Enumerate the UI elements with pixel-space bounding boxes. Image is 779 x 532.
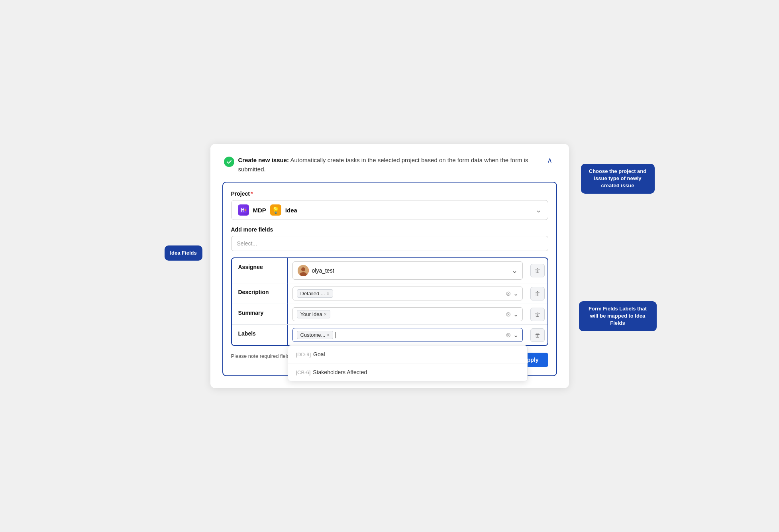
description-row: Description Detailed ... × ⊗ — [232, 283, 547, 304]
description-tag-input[interactable]: Detailed ... × ⊗ ⌄ — [292, 287, 523, 300]
summary-delete-button[interactable]: 🗑 — [530, 308, 545, 321]
project-chevron-icon: ⌄ — [536, 206, 542, 214]
labels-clear-icon[interactable]: ⊗ — [506, 331, 511, 339]
labels-expand-icon[interactable]: ⌄ — [513, 331, 518, 339]
summary-tag: Your Idea × — [297, 310, 330, 318]
summary-delete-area: 🗑 — [528, 304, 547, 324]
assignee-row: Assignee — [232, 258, 547, 283]
labels-tag-input[interactable]: Custome... × ⊗ ⌄ — [292, 328, 523, 342]
assignee-field-label: Assignee — [232, 258, 288, 283]
summary-field-label: Summary — [232, 304, 288, 324]
project-field: Project* MDP 💡 — [231, 190, 548, 220]
description-delete-area: 🗑 — [528, 283, 547, 304]
description-clear-icon[interactable]: ⊗ — [506, 290, 511, 297]
summary-clear-icon[interactable]: ⊗ — [506, 310, 511, 318]
description-delete-button[interactable]: 🗑 — [530, 287, 545, 300]
header-description: Create new issue: Automatically create t… — [238, 156, 544, 174]
add-more-fields-section: Add more fields Select... — [231, 226, 548, 251]
add-more-select[interactable]: Select... — [231, 236, 548, 251]
labels-value: Custome... × ⊗ ⌄ — [288, 325, 528, 345]
labels-delete-area: 🗑 — [528, 325, 547, 345]
svg-point-2 — [245, 209, 246, 211]
assignee-delete-button[interactable]: 🗑 — [530, 264, 545, 277]
suggestion-stakeholders[interactable]: [CB-6] Stakeholders Affected — [288, 363, 527, 381]
project-label: Project* — [231, 190, 548, 197]
labels-field-label: Labels — [232, 325, 288, 345]
text-cursor — [336, 332, 336, 338]
panel-header: Create new issue: Automatically create t… — [222, 156, 557, 174]
labels-dropdown: [DD-9] Goal [CB-6] Stakeholders Affected — [288, 345, 528, 381]
main-panel: Create new issue: Automatically create t… — [210, 144, 569, 388]
idea-icon: 💡 — [270, 204, 281, 216]
idea-text: Idea — [285, 207, 297, 214]
mdp-text: MDP — [253, 207, 266, 214]
description-tag: Detailed ... × — [297, 289, 333, 298]
summary-tag-close[interactable]: × — [324, 312, 327, 317]
labels-delete-button[interactable]: 🗑 — [530, 328, 545, 342]
labels-row: Labels Custome... × — [232, 325, 547, 345]
suggestion-goal[interactable]: [DD-9] Goal — [288, 346, 527, 363]
idea-fields-annotation: Idea Fields — [165, 245, 202, 261]
description-tag-close[interactable]: × — [327, 291, 330, 296]
summary-row: Summary Your Idea × ⊗ — [232, 304, 547, 325]
assignee-delete-area: 🗑 — [528, 258, 547, 283]
project-type-annotation: Choose the project and issue type of new… — [581, 164, 655, 194]
summary-value: Your Idea × ⊗ ⌄ — [288, 304, 528, 324]
fields-table: Assignee — [231, 257, 548, 346]
summary-expand-icon[interactable]: ⌄ — [513, 310, 518, 318]
main-card: Project* MDP 💡 — [222, 182, 557, 376]
assignee-value: olya_test ⌄ — [288, 258, 528, 283]
assignee-avatar — [298, 265, 309, 276]
description-field-label: Description — [232, 283, 288, 304]
labels-tag: Custome... × — [297, 331, 334, 339]
project-select[interactable]: MDP 💡 Idea ⌄ — [231, 200, 548, 220]
assignee-select[interactable]: olya_test ⌄ — [292, 261, 523, 280]
mdp-icon — [238, 204, 249, 216]
check-icon — [224, 157, 234, 167]
collapse-button[interactable]: ∧ — [544, 156, 555, 165]
svg-point-4 — [301, 267, 305, 271]
assignee-chevron-icon: ⌄ — [512, 266, 518, 275]
add-more-label: Add more fields — [231, 226, 548, 233]
labels-tag-close[interactable]: × — [327, 333, 330, 338]
form-fields-annotation: Form Fields Labels that will be mapped t… — [579, 301, 657, 331]
description-expand-icon[interactable]: ⌄ — [513, 290, 518, 297]
description-value: Detailed ... × ⊗ ⌄ — [288, 283, 528, 304]
summary-tag-input[interactable]: Your Idea × ⊗ ⌄ — [292, 307, 523, 321]
